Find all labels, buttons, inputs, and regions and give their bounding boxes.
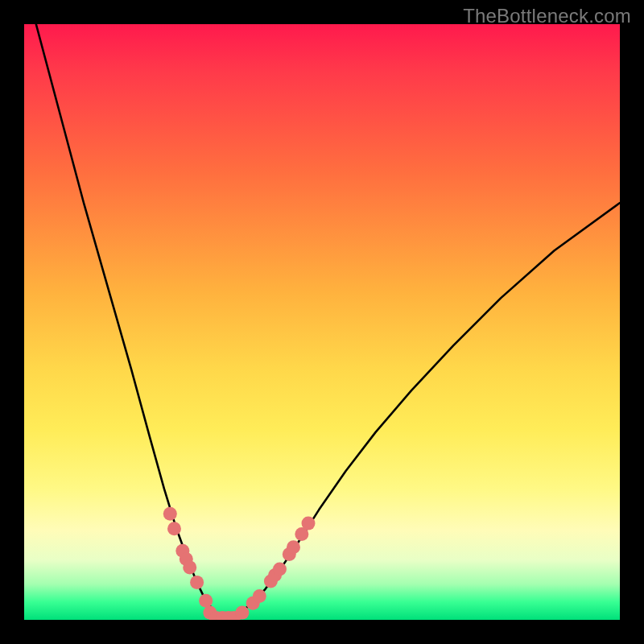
- watermark-text: TheBottleneck.com: [463, 5, 631, 27]
- data-point: [199, 594, 213, 608]
- data-point: [183, 560, 196, 574]
- marker-group: [163, 507, 316, 620]
- data-point: [273, 563, 287, 576]
- data-point: [253, 589, 266, 603]
- chart-svg: [24, 24, 620, 620]
- data-point: [287, 540, 300, 554]
- data-point: [167, 522, 181, 535]
- curve-group: [36, 24, 620, 617]
- data-point: [301, 517, 315, 530]
- data-point: [235, 606, 249, 620]
- chart-frame: TheBottleneck.com: [0, 0, 644, 644]
- data-point: [163, 507, 177, 521]
- curve-path: [36, 24, 620, 617]
- data-point: [190, 576, 204, 589]
- plot-area: [24, 24, 620, 620]
